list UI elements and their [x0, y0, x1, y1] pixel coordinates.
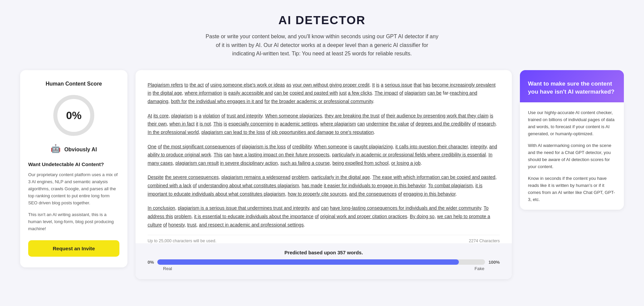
want-undetectable-title: Want Undetectable AI Content? [28, 161, 119, 167]
left-panel: Human Content Score 0% 🤖 Obviously AI Wa… [20, 70, 127, 267]
watermark-info-1: Use our highly-accurate AI content check… [528, 109, 616, 137]
watermark-info-card: Use our highly-accurate AI content check… [520, 102, 624, 210]
footer-right-text: 2274 Characters [469, 239, 500, 243]
watermark-info-2: With AI watermarking coming on the scene… [528, 142, 616, 170]
watermark-title: Want to make sure the content you have i… [528, 80, 616, 96]
bar-labels-row: Real Fake [148, 266, 500, 271]
watermark-card: Want to make sure the content you have i… [520, 70, 624, 102]
page-title: AI DETECTOR [20, 13, 624, 27]
bar-left-label: Real [163, 266, 172, 271]
paragraph-2: At its core, plagiarism is a violation o… [148, 112, 500, 137]
left-panel-desc2: This isn't an AI writing assistant, this… [28, 211, 119, 232]
human-score-title: Human Content Score [28, 81, 119, 87]
right-panel: Want to make sure the content you have i… [520, 70, 624, 210]
footer-left-text: Up to 25,000 characters will be used. [148, 239, 216, 243]
score-label-text: Obviously AI [64, 147, 97, 152]
score-label: 🤖 Obviously AI [28, 144, 119, 153]
footer-bar: Up to 25,000 characters will be used. 22… [148, 235, 500, 243]
robot-icon: 🤖 [51, 144, 61, 153]
bar-left-pct: 0% [148, 260, 154, 265]
page-header: AI DETECTOR Paste or write your content … [20, 13, 624, 58]
prediction-words: 357 words [337, 250, 362, 255]
prediction-bar-row: 0% 100% [148, 259, 500, 265]
prediction-bar-fill [157, 259, 459, 265]
left-panel-desc1: Our proprietary content platform uses a … [28, 171, 119, 206]
score-circle-wrapper: 0% [28, 94, 119, 137]
paragraph-1: Plagiarism refers to the act of using so… [148, 81, 500, 106]
article-text: Plagiarism refers to the act of using so… [148, 81, 500, 229]
center-panel: Plagiarism refers to the act of using so… [136, 70, 512, 279]
request-invite-button[interactable]: Request an Invite [28, 240, 119, 257]
prediction-bar-track [157, 259, 485, 265]
prediction-title: Predicted based upon 357 words. [148, 250, 500, 255]
score-value: 0% [66, 109, 82, 121]
bar-right-label: Fake [475, 266, 484, 271]
bar-right-pct: 100% [488, 260, 500, 265]
page-description: Paste or write your content below, and y… [205, 32, 439, 58]
score-circle: 0% [52, 94, 96, 137]
paragraph-5: In conclusion, plagiarism is a serious i… [148, 204, 500, 229]
main-content: Human Content Score 0% 🤖 Obviously AI Wa… [20, 70, 624, 279]
watermark-info-3: Know in seconds if the content you have … [528, 175, 616, 203]
prediction-section: Predicted based upon 357 words. 0% 100% … [136, 243, 512, 279]
paragraph-3: One of the most significant consequences… [148, 143, 500, 167]
paragraph-4: Despite the severe consequences, plagiar… [148, 173, 500, 198]
